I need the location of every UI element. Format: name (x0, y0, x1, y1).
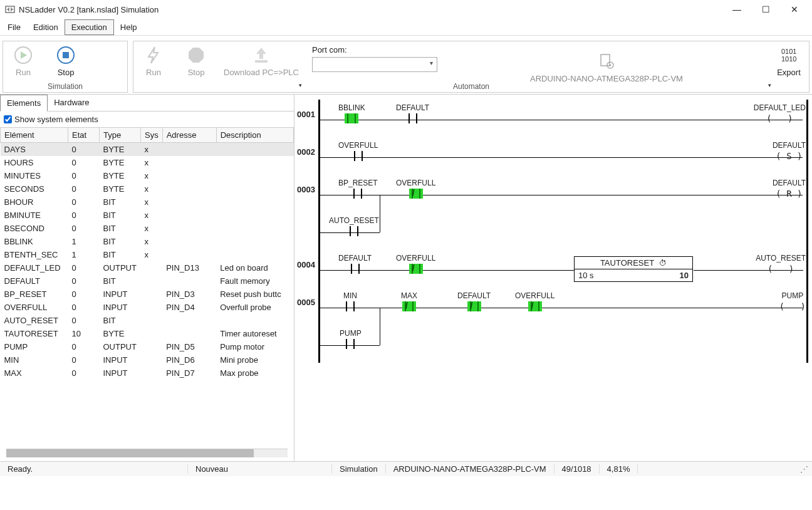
elements-table[interactable]: Elément Etat Type Sys Adresse Descriptio… (0, 127, 294, 445)
coil-pump[interactable]: PUMP ( ) (779, 291, 806, 311)
table-row[interactable]: MINUTES0BYTEx (1, 169, 294, 182)
document-gear-icon (598, 53, 615, 70)
svg-point-8 (609, 65, 611, 66)
table-row[interactable]: HOURS0BYTEx (1, 156, 294, 169)
horizontal-scrollbar[interactable] (6, 449, 288, 457)
contact-pump[interactable]: PUMP (340, 329, 362, 349)
upload-icon (251, 45, 271, 65)
status-nouveau: Nouveau (188, 464, 332, 474)
menu-file[interactable]: File (1, 20, 27, 34)
app-icon (5, 4, 15, 14)
coil-default-led[interactable]: DEFAULT_LED ( ) (754, 103, 806, 123)
contact-bp-reset[interactable]: BP_RESET (338, 179, 378, 199)
export-button[interactable]: 01011010 Export (774, 45, 804, 77)
table-row[interactable]: DEFAULT0BITFault memory (1, 274, 294, 288)
table-row[interactable]: BSECOND0BITx (1, 222, 294, 235)
contact-auto-reset[interactable]: AUTO_RESET (329, 216, 379, 236)
sim-stop-button[interactable]: Stop (51, 45, 81, 77)
contact-overfull-nc[interactable]: OVERFULL / (396, 179, 435, 199)
ribbon: Run Stop Simulation Run St (0, 36, 812, 95)
coil-auto-reset[interactable]: AUTO_RESET ( ) (756, 254, 806, 274)
tab-hardware[interactable]: Hardware (48, 95, 95, 111)
table-row[interactable]: SECONDS0BYTEx (1, 182, 294, 195)
download-button[interactable]: Download PC=>PLC (224, 45, 299, 77)
menu-edition[interactable]: Edition (27, 20, 65, 34)
contact-default[interactable]: DEFAULT (338, 254, 372, 274)
sim-group-label: Simulation (3, 82, 127, 91)
coil-default-set[interactable]: DEFAULT ( S ) (773, 141, 806, 161)
svg-text:0101: 0101 (781, 48, 796, 55)
table-row[interactable]: DEFAULT_LED0OUTPUTPIN_D13Led on board (1, 261, 294, 274)
svg-marker-4 (189, 48, 204, 63)
th-adresse[interactable]: Adresse (162, 128, 216, 143)
rung-number: 0003 (297, 185, 315, 194)
contact-overfull-nc[interactable]: OVERFULL / (396, 254, 435, 274)
rung-number: 0004 (297, 260, 315, 269)
stop-icon (56, 45, 76, 65)
table-row[interactable]: BP_RESET0INPUTPIN_D3Reset push buttc (1, 288, 294, 301)
maximize-button[interactable]: ☐ (757, 4, 774, 14)
tab-elements[interactable]: Elements (0, 95, 48, 112)
auto-run-button[interactable]: Run (138, 45, 169, 77)
play-icon (13, 45, 33, 65)
th-etat[interactable]: Etat (68, 128, 100, 143)
table-row[interactable]: BBLINK1BITx (1, 235, 294, 248)
table-row[interactable]: MAX0INPUTPIN_D7Max probe (1, 367, 294, 380)
port-combo[interactable] (312, 57, 437, 72)
show-system-label: Show system elements (14, 115, 98, 124)
resize-grip[interactable]: ⋰ (796, 464, 812, 474)
status-mode: Simulation (332, 464, 386, 474)
auto-stop-button[interactable]: Stop (181, 45, 211, 77)
table-row[interactable]: BHOUR0BITx (1, 195, 294, 209)
contact-overfull[interactable]: OVERFULL (338, 141, 378, 161)
svg-rect-5 (255, 60, 268, 63)
svg-rect-3 (63, 52, 69, 58)
th-sys[interactable]: Sys (141, 128, 163, 143)
status-mem: 49/1018 (554, 464, 600, 474)
menu-help[interactable]: Help (114, 20, 143, 34)
port-label: Port com: (312, 45, 437, 55)
lightning-icon (143, 45, 164, 65)
contact-min[interactable]: MIN (343, 291, 357, 311)
statusbar: Ready. Nouveau Simulation ARDUINO-NANO-A… (0, 461, 812, 476)
rung-number: 0002 (297, 147, 315, 157)
status-pct: 4,81% (600, 464, 638, 474)
sim-run-button[interactable]: Run (8, 45, 38, 77)
minimize-button[interactable]: — (728, 4, 746, 14)
table-row[interactable]: TAUTORESET10BYTETimer autoreset (1, 327, 294, 340)
menubar: File Edition Execution Help (0, 19, 812, 36)
contact-overfull-nc[interactable]: OVERFULL / (515, 291, 554, 311)
table-row[interactable]: PUMP0OUTPUTPIN_D5Pump motor (1, 340, 294, 353)
table-row[interactable]: MIN0INPUTPIN_D6Mini probe (1, 353, 294, 367)
contact-default-nc[interactable]: DEFAULT / (457, 291, 491, 311)
contact-bblink[interactable]: BBLINK (338, 103, 365, 123)
close-button[interactable]: ✕ (786, 4, 803, 14)
svg-text:1010: 1010 (781, 55, 796, 63)
clock-icon: ⏱ (659, 259, 667, 268)
th-element[interactable]: Elément (1, 128, 68, 143)
table-row[interactable]: DAYS0BYTEx (1, 143, 294, 157)
table-row[interactable]: AUTO_RESET0BIT (1, 314, 294, 327)
coil-default-reset[interactable]: DEFAULT ( R ) (773, 179, 806, 199)
titlebar: NSLadder V0.2 [tank.nslad] Simulation — … (0, 0, 812, 19)
timer-tautoreset[interactable]: TAUTORESET ⏱ 10 s 10 (574, 256, 693, 282)
left-panel: Elements Hardware Show system elements E… (0, 95, 294, 461)
contact-default[interactable]: DEFAULT (396, 103, 429, 123)
ladder-diagram[interactable]: 0001 BBLINK DEFAULT DEFAULT_LED ( ) 0002… (294, 95, 812, 461)
rung-number: 0001 (297, 110, 315, 119)
contact-max-nc[interactable]: MAX / (401, 291, 417, 311)
table-row[interactable]: OVERFULL0INPUTPIN_D4Overfull probe (1, 301, 294, 314)
auto-group-label: Automaton (133, 82, 809, 91)
rung-number: 0005 (297, 298, 315, 307)
table-row[interactable]: BMINUTE0BITx (1, 209, 294, 222)
show-system-checkbox[interactable] (4, 115, 12, 123)
stop-octagon-icon (186, 45, 206, 65)
window-title: NSLadder V0.2 [tank.nslad] Simulation (19, 5, 159, 14)
svg-rect-6 (601, 55, 610, 66)
status-ready: Ready. (0, 464, 188, 474)
table-row[interactable]: BTENTH_SEC1BITx (1, 248, 294, 261)
menu-execution[interactable]: Execution (65, 19, 114, 35)
th-description[interactable]: Description (216, 128, 293, 143)
th-type[interactable]: Type (100, 128, 141, 143)
status-plc: ARDUINO-NANO-ATMEGA328P-PLC-VM (386, 464, 554, 474)
